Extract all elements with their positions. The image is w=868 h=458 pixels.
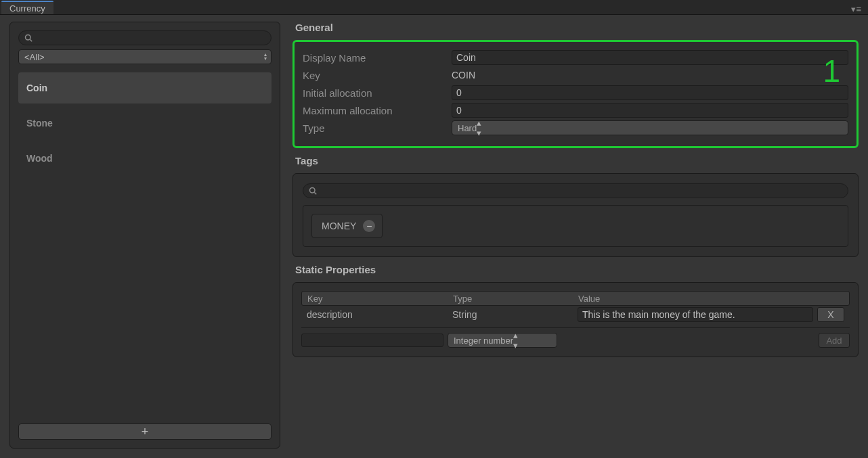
header-value: Value [573, 292, 849, 305]
tab-currency[interactable]: Currency [1, 1, 53, 14]
label-type: Type [303, 122, 452, 134]
dropdown-arrows-icon: ▴▾ [513, 330, 518, 350]
svg-point-2 [310, 188, 316, 193]
filter-dropdown[interactable]: <All> ▴▾ [18, 49, 272, 64]
panel-options-icon[interactable]: ▾≡ [851, 4, 861, 14]
svg-point-0 [26, 35, 31, 41]
row-remove-button[interactable]: X [817, 307, 844, 322]
search-field[interactable] [18, 30, 272, 45]
header-type: Type [448, 292, 573, 305]
sidebar: <All> ▴▾ Coin Stone Wood + [9, 22, 280, 449]
highlight-annotation: 1 [823, 53, 840, 89]
add-item-button[interactable]: + [18, 423, 272, 440]
svg-line-3 [314, 192, 316, 194]
tags-search-field[interactable] [303, 183, 848, 198]
search-icon [24, 34, 32, 42]
static-properties-box: Key Type Value description String X [292, 282, 859, 357]
tags-box: MONEY − [292, 173, 859, 257]
key-value: COIN [452, 70, 848, 81]
new-key-input[interactable] [301, 334, 443, 347]
header-key: Key [302, 292, 448, 305]
search-input[interactable] [35, 33, 265, 43]
row-type: String [447, 309, 572, 320]
filter-dropdown-value: <All> [24, 52, 45, 62]
row-value-input[interactable] [578, 307, 813, 322]
tag-remove-button[interactable]: − [363, 220, 375, 232]
tab-bar: Currency ▾≡ [0, 0, 868, 15]
display-name-input[interactable] [452, 50, 848, 65]
dropdown-arrows-icon: ▴▾ [477, 118, 481, 138]
search-icon [309, 187, 317, 195]
type-dropdown[interactable]: Hard ▴▾ [452, 120, 848, 135]
type-dropdown-value: Hard [458, 123, 477, 133]
divider [301, 327, 850, 328]
label-maximum-allocation: Maximum allocation [303, 105, 452, 116]
svg-line-1 [30, 39, 32, 41]
section-title-general: General [295, 22, 859, 33]
tag-chip-money: MONEY − [311, 214, 383, 238]
main-panel: General 1 Display Name Key COIN Initial … [292, 22, 859, 449]
label-display-name: Display Name [303, 52, 452, 64]
label-key: Key [303, 70, 452, 81]
tags-container: MONEY − [303, 205, 848, 247]
list-item-wood[interactable]: Wood [18, 143, 272, 174]
add-property-button[interactable]: Add [819, 333, 850, 348]
new-row: Integer number ▴▾ Add [301, 332, 850, 348]
table-header: Key Type Value [301, 291, 850, 306]
dropdown-arrows-icon: ▴▾ [264, 53, 267, 61]
tag-label: MONEY [322, 221, 356, 231]
tags-search-input[interactable] [320, 186, 842, 196]
label-initial-allocation: Initial allocation [303, 87, 452, 99]
list-item-stone[interactable]: Stone [18, 108, 272, 139]
row-key: description [301, 309, 447, 320]
section-title-static-properties: Static Properties [295, 264, 859, 275]
general-box: 1 Display Name Key COIN Initial allocati… [292, 40, 859, 148]
new-type-dropdown[interactable]: Integer number ▴▾ [448, 333, 557, 348]
new-type-value: Integer number [454, 336, 513, 346]
list-item-coin[interactable]: Coin [18, 72, 272, 104]
table-row: description String X [301, 306, 850, 323]
currency-list: Coin Stone Wood [18, 72, 272, 423]
section-title-tags: Tags [295, 155, 859, 166]
initial-allocation-input[interactable] [452, 85, 848, 100]
maximum-allocation-input[interactable] [452, 103, 848, 118]
